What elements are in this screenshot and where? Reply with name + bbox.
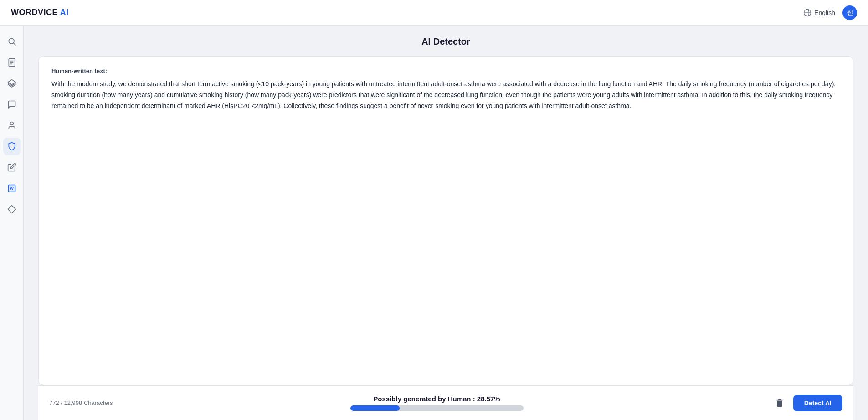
editor-card: Human-written text: With the modern stud…	[38, 56, 853, 385]
app-header: WORDVICE AI English 신	[0, 0, 868, 26]
sidebar-item-search[interactable]	[3, 33, 21, 50]
app-logo: WORDVICE AI	[11, 8, 69, 17]
text-label: Human-written text:	[51, 67, 840, 74]
language-label: English	[814, 9, 835, 16]
char-count: 772 / 12,998 Characters	[49, 399, 122, 406]
main-layout: W AI Detector Human-written text: With t…	[0, 26, 868, 420]
svg-line-4	[13, 43, 15, 46]
content-area: AI Detector Human-written text: With the…	[24, 26, 868, 420]
result-label: Possibly generated by Human : 28.57%	[373, 395, 500, 403]
sidebar: W	[0, 26, 24, 420]
svg-text:W: W	[10, 186, 14, 191]
editor-body[interactable]: Human-written text: With the modern stud…	[39, 57, 853, 385]
svg-point-10	[10, 122, 13, 125]
svg-point-3	[9, 38, 14, 44]
sidebar-item-edit[interactable]	[3, 159, 21, 176]
result-area: Possibly generated by Human : 28.57%	[122, 395, 751, 411]
sidebar-item-chat[interactable]	[3, 96, 21, 113]
language-selector[interactable]: English	[803, 9, 835, 17]
clear-button[interactable]	[771, 395, 788, 411]
page-title: AI Detector	[38, 36, 853, 47]
user-avatar[interactable]: 신	[842, 5, 857, 20]
sidebar-item-user[interactable]	[3, 117, 21, 134]
progress-bar-fill	[350, 405, 400, 411]
sidebar-item-diamond[interactable]	[3, 201, 21, 218]
header-right: English 신	[803, 5, 857, 20]
text-content: With the modern study, we demonstrated t…	[51, 79, 840, 111]
progress-bar-container	[350, 405, 524, 411]
detect-ai-button[interactable]: Detect AI	[793, 395, 842, 411]
sidebar-item-shield[interactable]	[3, 138, 21, 155]
svg-marker-13	[8, 206, 15, 213]
sidebar-item-word[interactable]: W	[3, 180, 21, 197]
footer-bar: 772 / 12,998 Characters Possibly generat…	[38, 385, 853, 420]
sidebar-item-layers[interactable]	[3, 75, 21, 92]
footer-actions: Detect AI	[751, 395, 842, 411]
globe-icon	[803, 9, 812, 17]
sidebar-item-document[interactable]	[3, 54, 21, 71]
